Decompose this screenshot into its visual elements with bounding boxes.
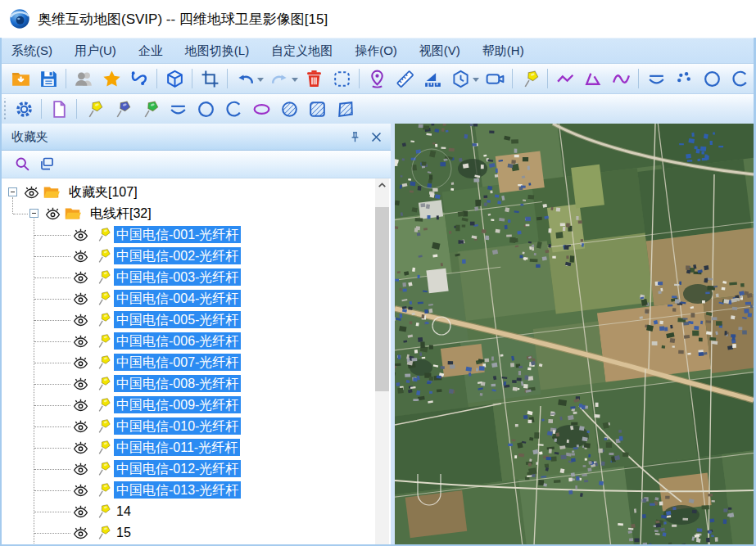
tree-node-label[interactable]: 中国电信-003-光纤杆	[114, 268, 241, 286]
draw-circle-icon[interactable]	[192, 97, 220, 121]
visibility-eye-icon[interactable]	[72, 481, 89, 499]
draw-polyline-icon[interactable]	[551, 66, 579, 91]
draw-arc-icon[interactable]	[726, 66, 754, 91]
3d-view-icon[interactable]	[161, 66, 188, 91]
settings-gear-icon[interactable]	[10, 97, 38, 121]
visibility-eye-icon[interactable]	[72, 268, 89, 286]
tree-node-label[interactable]: 中国电信-006-光纤杆	[114, 332, 241, 350]
tree-node-label[interactable]: 中国电信-001-光纤杆	[114, 226, 241, 243]
tree-node-label[interactable]: 15	[114, 524, 134, 541]
visibility-eye-icon[interactable]	[72, 417, 89, 435]
search-icon[interactable]	[10, 153, 34, 176]
hatched-square-icon[interactable]	[303, 97, 331, 121]
toolbar-grip[interactable]	[2, 98, 8, 120]
placemark-pin-icon	[95, 290, 112, 307]
measure-slope-icon[interactable]	[419, 66, 446, 91]
pushpin-blue-icon[interactable]	[108, 97, 136, 121]
visibility-eye-icon[interactable]	[72, 332, 89, 350]
draw-polygon-icon[interactable]	[579, 66, 607, 91]
menu-item[interactable]: 帮助(H)	[482, 43, 524, 59]
tree-node-label[interactable]: 中国电信-005-光纤杆	[114, 311, 241, 328]
crop-frame-icon[interactable]	[196, 66, 224, 91]
visibility-eye-icon[interactable]	[44, 205, 61, 222]
redo-icon[interactable]	[265, 66, 293, 91]
layers-icon[interactable]	[34, 153, 59, 176]
select-region-icon[interactable]	[328, 66, 355, 91]
pushpin-yellow-icon[interactable]	[80, 97, 108, 121]
favorites-star-icon[interactable]	[97, 66, 125, 91]
menu-item[interactable]: 视图(V)	[419, 43, 460, 59]
tree-node-label[interactable]: 收藏夹[107]	[66, 183, 140, 201]
track-route-icon[interactable]	[125, 66, 153, 91]
tree-node-label[interactable]: 中国电信-004-光纤杆	[114, 290, 241, 307]
save-icon[interactable]	[34, 66, 62, 91]
visibility-eye-icon[interactable]	[72, 290, 89, 307]
visibility-eye-icon[interactable]	[72, 311, 89, 328]
map-viewport[interactable]	[395, 124, 754, 546]
tree-expander-icon[interactable]	[29, 209, 38, 218]
undo-icon[interactable]	[231, 66, 259, 91]
hatched-circle-icon[interactable]	[275, 97, 303, 121]
tree-node-label[interactable]: 中国电信-009-光纤杆	[114, 396, 241, 413]
visibility-eye-icon[interactable]	[72, 226, 89, 243]
menu-item[interactable]: 操作(O)	[355, 43, 397, 59]
menu-item[interactable]: 系统(S)	[11, 43, 52, 59]
pushpin-green-icon[interactable]	[136, 97, 164, 121]
menu-bar: 系统(S)用户(U)企业地图切换(L)自定义地图操作(O)视图(V)帮助(H)	[0, 38, 756, 63]
draw-circle-icon[interactable]	[698, 66, 726, 91]
location-pin-icon[interactable]	[363, 66, 391, 91]
tree-expander-icon[interactable]	[8, 187, 17, 196]
hatched-polygon-icon[interactable]	[331, 97, 359, 121]
tree-node-root[interactable]: 收藏夹[107]	[2, 182, 391, 203]
visibility-eye-icon[interactable]	[72, 439, 89, 456]
hexagon-clock-icon[interactable]	[446, 66, 474, 91]
video-camera-icon[interactable]	[481, 66, 509, 91]
scroll-up-icon[interactable]	[375, 178, 389, 192]
draw-ellipse-icon[interactable]	[247, 97, 275, 121]
new-document-icon[interactable]	[45, 97, 73, 121]
visibility-eye-icon[interactable]	[72, 354, 89, 371]
tree-node-label[interactable]: 中国电信-002-光纤杆	[114, 247, 241, 264]
tree-node-label[interactable]: 中国电信-013-光纤杆	[114, 481, 241, 499]
pushpin-icon[interactable]	[516, 66, 544, 91]
tree-scrollbar[interactable]	[375, 178, 389, 546]
visibility-eye-icon[interactable]	[72, 460, 89, 477]
draw-curve-icon[interactable]	[607, 66, 635, 91]
tree-node-label[interactable]: 中国电信-012-光纤杆	[114, 460, 241, 477]
redo-dropdown-icon[interactable]	[292, 78, 298, 82]
tree-node-label[interactable]: 中国电信-007-光纤杆	[114, 354, 241, 371]
visibility-eye-icon[interactable]	[72, 503, 89, 520]
multi-point-icon[interactable]	[670, 66, 698, 91]
tree-node-label[interactable]: 中国电信-010-光纤杆	[114, 417, 241, 435]
delete-trash-icon[interactable]	[300, 66, 328, 91]
tree-node-label[interactable]: 中国电信-008-光纤杆	[114, 375, 241, 392]
menu-item[interactable]: 地图切换(L)	[185, 43, 249, 59]
visibility-eye-icon[interactable]	[23, 183, 40, 201]
close-icon[interactable]	[368, 129, 384, 145]
friends-icon[interactable]	[70, 66, 97, 91]
measure-ruler-icon[interactable]	[391, 66, 419, 91]
hexagon-clock-dropdown-icon[interactable]	[473, 78, 479, 82]
tree-node-group[interactable]: 电线杆[32]	[2, 203, 391, 224]
tree-node-label[interactable]: 电线杆[32]	[88, 205, 154, 222]
arc-over-line-icon[interactable]	[642, 66, 670, 91]
tree-node-label[interactable]: 14	[114, 503, 134, 520]
menu-item[interactable]: 用户(U)	[75, 43, 116, 59]
app-window: 奥维互动地图(SVIP) -- 四维地球卫星影像图[15] 系统(S)用户(U)…	[0, 0, 756, 546]
pin-icon[interactable]	[346, 129, 363, 145]
menu-item[interactable]: 自定义地图	[271, 43, 333, 59]
menu-item[interactable]: 企业	[138, 43, 163, 59]
favorites-tree[interactable]: 收藏夹[107]电线杆[32]中国电信-001-光纤杆中国电信-002-光纤杆中…	[2, 178, 391, 546]
scroll-thumb[interactable]	[375, 207, 389, 391]
visibility-eye-icon[interactable]	[72, 396, 89, 413]
placemark-pin-icon	[95, 524, 112, 541]
visibility-eye-icon[interactable]	[72, 247, 89, 264]
arc-over-line-icon[interactable]	[164, 97, 192, 121]
draw-arc-icon[interactable]	[220, 97, 247, 121]
undo-dropdown-icon[interactable]	[257, 78, 264, 82]
tree-node-label[interactable]: 中国电信-011-光纤杆	[114, 439, 240, 456]
folder-icon	[43, 183, 60, 201]
import-folder-icon[interactable]	[7, 66, 34, 91]
visibility-eye-icon[interactable]	[72, 375, 89, 392]
visibility-eye-icon[interactable]	[72, 524, 89, 541]
